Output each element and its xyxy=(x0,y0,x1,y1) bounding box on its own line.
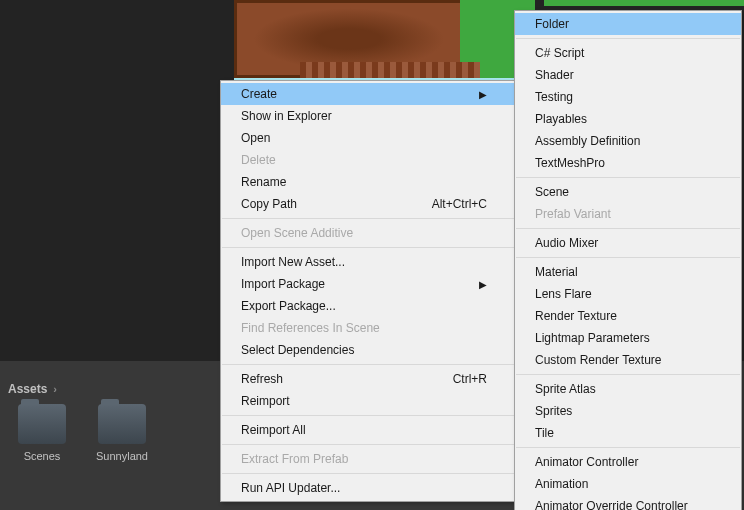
menu-item-label: Copy Path xyxy=(241,197,297,211)
menu-item-label: Rename xyxy=(241,175,286,189)
menu-separator xyxy=(222,364,514,365)
menu-item-label: Lens Flare xyxy=(535,287,592,301)
scene-top-strip xyxy=(544,0,744,6)
menu-separator xyxy=(222,247,514,248)
context-menu-item[interactable]: Select Dependencies xyxy=(221,339,515,361)
context-menu-item: Delete xyxy=(221,149,515,171)
create-submenu-item[interactable]: Tile xyxy=(515,422,741,444)
folder-icon xyxy=(98,404,146,444)
menu-separator xyxy=(222,473,514,474)
context-menu: Create▶Show in ExplorerOpenDeleteRenameC… xyxy=(220,80,516,502)
menu-item-label: Select Dependencies xyxy=(241,343,354,357)
create-submenu-item[interactable]: Folder xyxy=(515,13,741,35)
menu-separator xyxy=(516,447,740,448)
menu-shortcut: Alt+Ctrl+C xyxy=(392,197,487,211)
folder-label: Sunnyland xyxy=(96,450,148,462)
submenu-arrow-icon: ▶ xyxy=(459,89,487,100)
menu-item-label: Folder xyxy=(535,17,569,31)
menu-item-label: C# Script xyxy=(535,46,584,60)
assets-label: Assets xyxy=(8,382,47,396)
menu-item-label: Run API Updater... xyxy=(241,481,340,495)
create-submenu-item[interactable]: Custom Render Texture xyxy=(515,349,741,371)
menu-item-label: Import New Asset... xyxy=(241,255,345,269)
context-menu-item: Find References In Scene xyxy=(221,317,515,339)
create-submenu-item[interactable]: Material xyxy=(515,261,741,283)
submenu-arrow-icon: ▶ xyxy=(459,279,487,290)
chevron-right-icon: › xyxy=(53,383,57,395)
menu-item-label: Tile xyxy=(535,426,554,440)
menu-item-label: Reimport All xyxy=(241,423,306,437)
context-menu-item[interactable]: Reimport xyxy=(221,390,515,412)
menu-item-label: Material xyxy=(535,265,578,279)
menu-item-label: Scene xyxy=(535,185,569,199)
folder-label: Scenes xyxy=(24,450,61,462)
menu-separator xyxy=(516,228,740,229)
menu-item-label: Import Package xyxy=(241,277,325,291)
menu-item-label: Testing xyxy=(535,90,573,104)
create-submenu-item[interactable]: C# Script xyxy=(515,42,741,64)
menu-item-label: Open Scene Additive xyxy=(241,226,353,240)
folder-sunnyland[interactable]: Sunnyland xyxy=(92,404,152,462)
context-menu-item[interactable]: Copy PathAlt+Ctrl+C xyxy=(221,193,515,215)
menu-item-label: Assembly Definition xyxy=(535,134,640,148)
context-menu-item[interactable]: Import Package▶ xyxy=(221,273,515,295)
menu-item-label: Sprites xyxy=(535,404,572,418)
create-submenu-item[interactable]: Sprites xyxy=(515,400,741,422)
menu-shortcut: Ctrl+R xyxy=(413,372,487,386)
create-submenu-item[interactable]: Sprite Atlas xyxy=(515,378,741,400)
folder-icon xyxy=(18,404,66,444)
create-submenu-item[interactable]: Render Texture xyxy=(515,305,741,327)
create-submenu-item[interactable]: Lightmap Parameters xyxy=(515,327,741,349)
context-menu-item[interactable]: Open xyxy=(221,127,515,149)
menu-item-label: Open xyxy=(241,131,270,145)
context-menu-item[interactable]: Import New Asset... xyxy=(221,251,515,273)
menu-separator xyxy=(516,257,740,258)
create-submenu-item[interactable]: Audio Mixer xyxy=(515,232,741,254)
menu-item-label: TextMeshPro xyxy=(535,156,605,170)
menu-item-label: Show in Explorer xyxy=(241,109,332,123)
menu-item-label: Animation xyxy=(535,477,588,491)
context-menu-item[interactable]: Show in Explorer xyxy=(221,105,515,127)
menu-item-label: Lightmap Parameters xyxy=(535,331,650,345)
context-menu-item[interactable]: Reimport All xyxy=(221,419,515,441)
context-menu-item[interactable]: Export Package... xyxy=(221,295,515,317)
create-submenu-item[interactable]: Playables xyxy=(515,108,741,130)
create-submenu-item[interactable]: Animator Override Controller xyxy=(515,495,741,510)
create-submenu-item[interactable]: TextMeshPro xyxy=(515,152,741,174)
menu-item-label: Refresh xyxy=(241,372,283,386)
context-menu-item[interactable]: Rename xyxy=(221,171,515,193)
menu-item-label: Find References In Scene xyxy=(241,321,380,335)
create-submenu-item: Prefab Variant xyxy=(515,203,741,225)
create-submenu-item[interactable]: Lens Flare xyxy=(515,283,741,305)
create-submenu: FolderC# ScriptShaderTestingPlayablesAss… xyxy=(514,10,742,510)
context-menu-item[interactable]: Create▶ xyxy=(221,83,515,105)
create-submenu-item[interactable]: Assembly Definition xyxy=(515,130,741,152)
menu-item-label: Animator Override Controller xyxy=(535,499,688,510)
menu-separator xyxy=(516,177,740,178)
assets-breadcrumb[interactable]: Assets › xyxy=(8,382,57,396)
menu-separator xyxy=(516,374,740,375)
folder-scenes[interactable]: Scenes xyxy=(12,404,72,462)
scene-rocks xyxy=(300,62,480,78)
menu-item-label: Audio Mixer xyxy=(535,236,598,250)
context-menu-item: Open Scene Additive xyxy=(221,222,515,244)
menu-item-label: Reimport xyxy=(241,394,290,408)
menu-item-label: Animator Controller xyxy=(535,455,638,469)
menu-item-label: Custom Render Texture xyxy=(535,353,662,367)
create-submenu-item[interactable]: Shader xyxy=(515,64,741,86)
menu-separator xyxy=(516,38,740,39)
context-menu-item[interactable]: RefreshCtrl+R xyxy=(221,368,515,390)
menu-item-label: Extract From Prefab xyxy=(241,452,348,466)
menu-item-label: Prefab Variant xyxy=(535,207,611,221)
menu-separator xyxy=(222,218,514,219)
create-submenu-item[interactable]: Testing xyxy=(515,86,741,108)
menu-item-label: Delete xyxy=(241,153,276,167)
context-menu-item[interactable]: Run API Updater... xyxy=(221,477,515,499)
create-submenu-item[interactable]: Scene xyxy=(515,181,741,203)
menu-separator xyxy=(222,444,514,445)
create-submenu-item[interactable]: Animation xyxy=(515,473,741,495)
context-menu-item: Extract From Prefab xyxy=(221,448,515,470)
menu-item-label: Shader xyxy=(535,68,574,82)
create-submenu-item[interactable]: Animator Controller xyxy=(515,451,741,473)
menu-item-label: Create xyxy=(241,87,277,101)
